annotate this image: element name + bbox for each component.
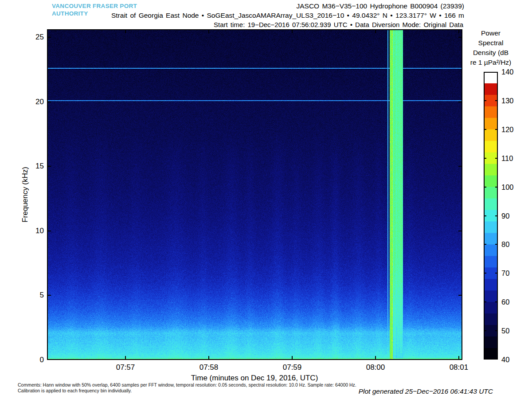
- colorbar-tick-label: 80: [501, 240, 509, 249]
- colorbar-tick-label: 90: [501, 211, 509, 220]
- y-tick-label: 15: [35, 162, 44, 171]
- y-tick-label: 5: [40, 291, 44, 300]
- y-axis-label: Frequency (kHz): [21, 167, 30, 223]
- colorbar-title-line2: Spectral: [470, 38, 511, 48]
- y-tick-label: 10: [35, 227, 44, 235]
- x-tick-label: 07:58: [200, 363, 219, 372]
- x-tick-label: 08:01: [450, 363, 469, 372]
- y-tick-label: 25: [35, 33, 44, 42]
- spectrogram-page: VANCOUVER FRASER PORT AUTHORITY JASCO M3…: [0, 0, 532, 399]
- colorbar-tick-label: 60: [501, 298, 509, 306]
- colorbar-tick-label: 40: [501, 356, 509, 364]
- vfpa-logo-line1: VANCOUVER FRASER PORT: [52, 2, 137, 10]
- comments-line2: Calibration is applied to each frequency…: [18, 388, 356, 394]
- x-tick-label: 08:00: [366, 363, 385, 372]
- spectrogram-canvas: [47, 29, 462, 360]
- colorbar-title-line1: Power: [470, 28, 511, 38]
- colorbar-tick-label: 120: [501, 125, 514, 133]
- y-tick-label: 20: [35, 98, 44, 106]
- station-title: Strait of Georgia East Node • SoGEast_Ja…: [111, 12, 464, 20]
- colorbar-tick-label: 50: [501, 327, 509, 335]
- y-tick-label: 0: [40, 356, 44, 364]
- x-tick-label: 07:57: [116, 363, 135, 372]
- colorbar-tick-label: 130: [501, 96, 514, 105]
- colorbar-title-line3: Density (dB: [470, 48, 511, 58]
- colorbar-tick-label: 140: [501, 68, 514, 76]
- colorbar-tick-label: 100: [501, 183, 514, 191]
- colorbar-tick-label: 70: [501, 269, 509, 278]
- x-tick-label: 07:59: [283, 363, 302, 372]
- x-axis-label: Time (minutes on Dec 19, 2016, UTC): [191, 374, 318, 383]
- plot-generated-note: Plot generated 25−Dec−2016 06:41:43 UTC: [359, 387, 493, 395]
- colorbar-tick-label: 110: [501, 154, 513, 162]
- start-time-title: Start time: 19−Dec−2016 07:56:02.939 UTC…: [214, 21, 463, 28]
- colorbar-canvas: [484, 72, 498, 360]
- instrument-title: JASCO M36−V35−100 Hydrophone B000904 (23…: [296, 2, 464, 10]
- colorbar-title: Power Spectral Density (dB re 1 µPa²/Hz): [470, 28, 511, 67]
- comments-block: Comments: Hann window with 50% overlap, …: [18, 382, 356, 394]
- comments-line1: Comments: Hann window with 50% overlap, …: [18, 382, 356, 388]
- colorbar-title-line4: re 1 µPa²/Hz): [470, 58, 511, 67]
